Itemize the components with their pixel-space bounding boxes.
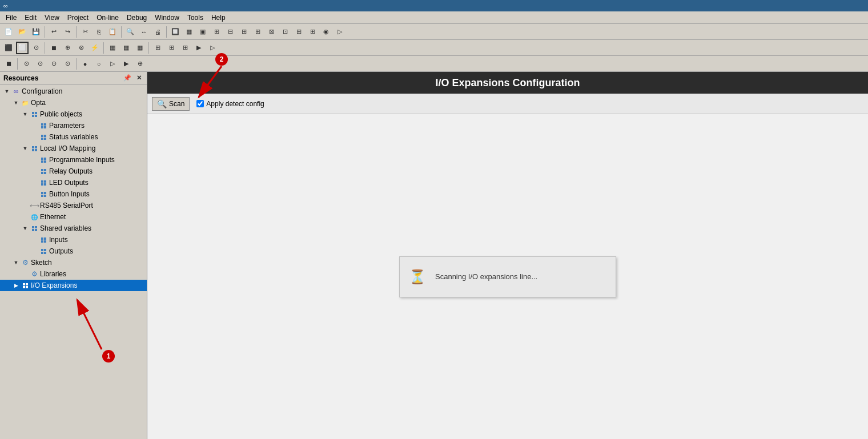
toolbar-btn-s1[interactable]: ◼ xyxy=(2,58,15,70)
tree-item-public-objects[interactable]: ▼ Public objects xyxy=(0,108,147,120)
toolbar-btn-run[interactable]: ▷ xyxy=(206,42,219,54)
toolbar-btn-flash[interactable]: ⚡ xyxy=(89,42,101,54)
toolbar-btn-save[interactable]: 💾 xyxy=(30,26,42,38)
tree-item-local-io-mapping[interactable]: ▼ Local I/O Mapping xyxy=(0,143,147,154)
menu-online[interactable]: On-line xyxy=(93,13,122,23)
toolbar-btn-view2[interactable]: ▣ xyxy=(196,26,209,38)
tree-item-configuration[interactable]: ▼ ∞ Configuration xyxy=(0,86,147,97)
tree-item-programmable-inputs[interactable]: ▶ Programmable Inputs xyxy=(0,154,147,166)
toolbar-btn-stop[interactable]: ⏹ xyxy=(47,42,60,54)
toolbar-sep-8 xyxy=(17,58,18,70)
expand-local-io-mapping[interactable]: ▼ xyxy=(21,144,30,153)
tree-item-rs485[interactable]: ▶ ⟷ RS485 SerialPort xyxy=(0,200,147,211)
panel-header-actions: 📌 ✕ xyxy=(123,74,143,83)
toolbar-btn-s4[interactable]: ⊙ xyxy=(47,58,60,70)
sketch-icon: ⚙ xyxy=(21,258,30,267)
toolbar-btn-new[interactable]: 📄 xyxy=(2,26,15,38)
expand-io-expansions[interactable]: ▶ xyxy=(11,281,21,290)
toolbar-btn-circ2[interactable]: ⊗ xyxy=(75,42,87,54)
tree-label-button-inputs: Button Inputs xyxy=(49,190,90,198)
menu-window[interactable]: Window xyxy=(151,13,183,23)
toolbar-btn-paste[interactable]: 📋 xyxy=(106,26,119,38)
menu-help[interactable]: Help xyxy=(208,13,229,23)
toolbar-btn-print[interactable]: 🖨 xyxy=(151,26,164,38)
toolbar-btn-copy[interactable]: ⎘ xyxy=(93,26,105,38)
toolbar-btn-t1[interactable]: ▦ xyxy=(106,42,119,54)
menu-project[interactable]: Project xyxy=(64,13,92,23)
expand-public-objects[interactable]: ▼ xyxy=(21,110,30,119)
toolbar-row-3: ◼ ⊙ ⊙ ⊙ ⊙ ● ○ ▷ ▶ ⊕ xyxy=(0,56,868,72)
toolbar-btn-s10[interactable]: ⊕ xyxy=(134,58,146,70)
opta-icon: 📁 xyxy=(21,98,30,107)
toolbar-btn-g3[interactable]: ⊞ xyxy=(179,42,191,54)
toolbar-btn-s5[interactable]: ⊙ xyxy=(61,58,74,70)
tree-label-outputs: Outputs xyxy=(49,247,73,255)
expand-configuration[interactable]: ▼ xyxy=(2,87,11,96)
toolbar-btn-grid1[interactable]: ⊟ xyxy=(224,26,236,38)
toolbar-btn-s9[interactable]: ▶ xyxy=(120,58,132,70)
toolbar-btn-r1[interactable]: ⬛ xyxy=(2,42,15,54)
menu-view[interactable]: View xyxy=(41,13,63,23)
tree-item-ethernet[interactable]: ▶ 🌐 Ethernet xyxy=(0,211,147,223)
toolbar-btn-view7[interactable]: ⊞ xyxy=(292,26,305,38)
toolbar-btn-r2[interactable]: ⬜ xyxy=(16,42,29,54)
toolbar-btn-replace[interactable]: ↔ xyxy=(138,26,150,38)
toolbar-sep-5 xyxy=(45,42,45,54)
tree-label-opta: Opta xyxy=(31,99,46,107)
menu-tools[interactable]: Tools xyxy=(184,13,207,23)
toolbar-btn-t2[interactable]: ▦ xyxy=(120,42,132,54)
apply-detect-checkbox[interactable] xyxy=(196,100,204,107)
toolbar-btn-view6[interactable]: ⊡ xyxy=(279,26,291,38)
apply-detect-label: Apply detect config xyxy=(206,100,264,108)
toolbar-btn-view3[interactable]: ⊞ xyxy=(210,26,223,38)
tree-item-sketch[interactable]: ▼ ⚙ Sketch xyxy=(0,257,147,268)
tree-item-status-variables[interactable]: ▶ Status variables xyxy=(0,131,147,143)
apply-detect-row: Apply detect config xyxy=(196,100,264,108)
panel-pin-btn[interactable]: 📌 xyxy=(123,74,132,83)
toolbar-btn-open[interactable]: 📂 xyxy=(16,26,29,38)
tree-item-shared-variables[interactable]: ▼ Shared variables xyxy=(0,223,147,234)
tree-item-parameters[interactable]: ▶ Parameters xyxy=(0,120,147,131)
toolbar-btn-view9[interactable]: ◉ xyxy=(320,26,332,38)
tree-item-libraries[interactable]: ▶ ⚙ Libraries xyxy=(0,268,147,280)
toolbar-btn-view8[interactable]: ⊞ xyxy=(306,26,319,38)
toolbar-btn-cut[interactable]: ✂ xyxy=(79,26,91,38)
toolbar-btn-search[interactable]: 🔍 xyxy=(124,26,136,38)
menu-edit[interactable]: Edit xyxy=(21,13,40,23)
toolbar-btn-view10[interactable]: ▷ xyxy=(333,26,346,38)
tree-label-local-io-mapping: Local I/O Mapping xyxy=(40,144,95,152)
toolbar-btn-circ1[interactable]: ⊕ xyxy=(61,42,74,54)
tree-item-inputs[interactable]: ▶ Inputs xyxy=(0,234,147,245)
toolbar-btn-view4[interactable]: ⊞ xyxy=(251,26,264,38)
expand-shared-variables[interactable]: ▼ xyxy=(21,224,30,233)
tree-item-button-inputs[interactable]: ▶ Button Inputs xyxy=(0,188,147,200)
toolbar-btn-s2[interactable]: ⊙ xyxy=(20,58,33,70)
menu-file[interactable]: File xyxy=(2,13,20,23)
toolbar-btn-s3[interactable]: ⊙ xyxy=(34,58,46,70)
toolbar-btn-redo[interactable]: ↪ xyxy=(61,26,74,38)
menu-debug[interactable]: Debug xyxy=(123,13,150,23)
expand-opta[interactable]: ▼ xyxy=(11,98,21,107)
toolbar-btn-r3[interactable]: ⊙ xyxy=(30,42,42,54)
panel-close-btn[interactable]: ✕ xyxy=(134,74,143,83)
toolbar-btn-undo[interactable]: ↩ xyxy=(47,26,60,38)
toolbar-btn-g2[interactable]: ⊞ xyxy=(165,42,178,54)
toolbar-btn-s7[interactable]: ○ xyxy=(93,58,105,70)
tree-item-led-outputs[interactable]: ▶ LED Outputs xyxy=(0,177,147,188)
scan-button[interactable]: 🔍 Scan xyxy=(152,97,190,111)
toolbar-btn-s8[interactable]: ▷ xyxy=(106,58,119,70)
toolbar-btn-s6[interactable]: ● xyxy=(79,58,91,70)
tree-item-relay-outputs[interactable]: ▶ Relay Outputs xyxy=(0,166,147,177)
expand-sketch[interactable]: ▼ xyxy=(11,258,21,267)
toolbar-btn-zoom[interactable]: 🔲 xyxy=(169,26,182,38)
toolbar-btn-play[interactable]: ▶ xyxy=(192,42,205,54)
toolbar-btn-g1[interactable]: ⊞ xyxy=(151,42,164,54)
content-toolbar: 🔍 Scan Apply detect config xyxy=(147,94,868,114)
toolbar-btn-view1[interactable]: ▦ xyxy=(183,26,195,38)
toolbar-btn-view5[interactable]: ⊠ xyxy=(265,26,278,38)
tree-item-io-expansions[interactable]: ▶ I/O Expansions xyxy=(0,280,147,291)
toolbar-btn-t3[interactable]: ▦ xyxy=(134,42,146,54)
tree-item-opta[interactable]: ▼ 📁 Opta xyxy=(0,97,147,108)
toolbar-btn-grid2[interactable]: ⊞ xyxy=(238,26,250,38)
tree-item-outputs[interactable]: ▶ Outputs xyxy=(0,245,147,257)
